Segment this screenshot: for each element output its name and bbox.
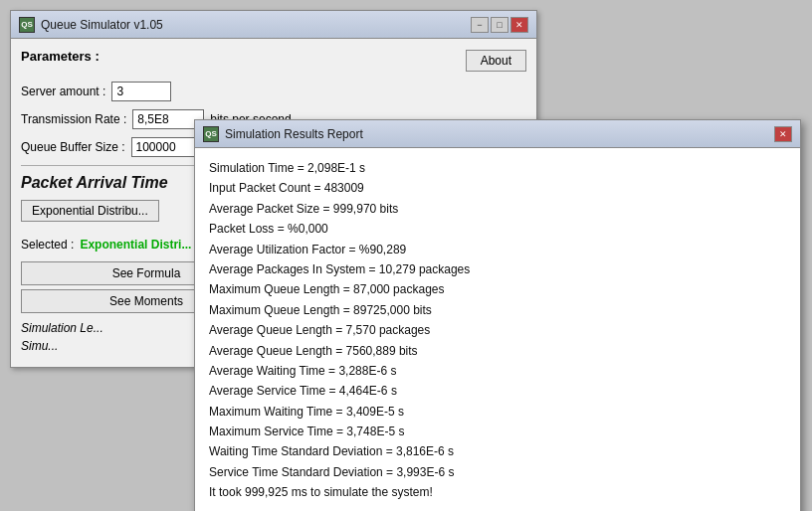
results-line: It took 999,925 ms to simulate the syste… bbox=[209, 482, 786, 502]
close-button[interactable]: ✕ bbox=[510, 17, 528, 33]
maximize-button[interactable]: □ bbox=[491, 17, 508, 33]
results-line: Maximum Queue Length = 89725,000 bits bbox=[209, 300, 786, 320]
title-bar-controls: − □ ✕ bbox=[471, 17, 528, 33]
parameters-label: Parameters : bbox=[21, 49, 100, 64]
results-line: Packet Loss = %0,000 bbox=[209, 219, 786, 239]
results-dialog: QS Simulation Results Report ✕ Simulatio… bbox=[194, 119, 801, 511]
results-line: Average Packages In System = 10,279 pack… bbox=[209, 259, 786, 279]
main-window-title: Queue Simulator v1.05 bbox=[41, 18, 163, 32]
selected-label: Selected : bbox=[21, 238, 74, 252]
results-title-bar: QS Simulation Results Report ✕ bbox=[195, 120, 800, 148]
results-content: Simulation Time = 2,098E-1 sInput Packet… bbox=[195, 148, 800, 511]
queue-buffer-input[interactable] bbox=[131, 137, 203, 157]
server-amount-label: Server amount : bbox=[21, 85, 105, 98]
results-line: Maximum Service Time = 3,748E-5 s bbox=[209, 422, 786, 441]
app-icon: QS bbox=[19, 17, 35, 33]
results-line: Average Waiting Time = 3,288E-6 s bbox=[209, 361, 786, 381]
results-line: Average Queue Length = 7560,889 bits bbox=[209, 341, 786, 361]
sim-row-label: Simu... bbox=[21, 339, 58, 353]
results-line: Average Packet Size = 999,970 bits bbox=[209, 199, 786, 219]
transmission-rate-label: Transmission Rate : bbox=[21, 112, 126, 126]
results-close-button[interactable]: ✕ bbox=[774, 126, 792, 142]
selected-value: Exponential Distri... bbox=[80, 238, 191, 252]
about-button[interactable]: About bbox=[466, 50, 526, 72]
distribution-button[interactable]: Exponential Distribu... bbox=[21, 200, 159, 222]
main-title-bar: QS Queue Simulator v1.05 − □ ✕ bbox=[11, 11, 536, 39]
results-line: Input Packet Count = 483009 bbox=[209, 178, 786, 198]
results-title-left: QS Simulation Results Report bbox=[203, 126, 363, 142]
title-bar-left: QS Queue Simulator v1.05 bbox=[19, 17, 163, 33]
results-line: Simulation Time = 2,098E-1 s bbox=[209, 158, 786, 178]
queue-buffer-label: Queue Buffer Size : bbox=[21, 140, 125, 154]
server-amount-input[interactable] bbox=[111, 82, 171, 101]
results-line: Maximum Queue Length = 87,000 packages bbox=[209, 279, 786, 299]
minimize-button[interactable]: − bbox=[471, 17, 489, 33]
results-line: Maximum Waiting Time = 3,409E-5 s bbox=[209, 402, 786, 422]
results-line: Average Utilization Factor = %90,289 bbox=[209, 240, 786, 259]
results-line: Average Service Time = 4,464E-6 s bbox=[209, 381, 786, 401]
results-line: Waiting Time Standard Deviation = 3,816E… bbox=[209, 441, 786, 461]
results-title-text: Simulation Results Report bbox=[225, 127, 363, 141]
sim-label: Simulation Le... bbox=[21, 321, 103, 335]
results-line: Average Queue Length = 7,570 packages bbox=[209, 320, 786, 340]
results-line: Service Time Standard Deviation = 3,993E… bbox=[209, 462, 786, 482]
server-amount-row: Server amount : bbox=[21, 82, 526, 101]
results-app-icon: QS bbox=[203, 126, 219, 142]
